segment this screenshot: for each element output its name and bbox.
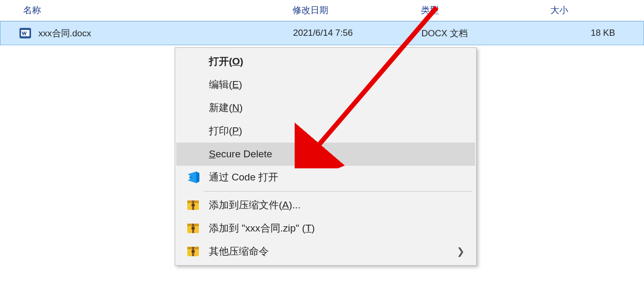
menu-item-open-with-code[interactable]: 通过 Code 打开: [176, 166, 475, 189]
column-header-type-label: 类型: [421, 5, 439, 15]
menu-item-open-with-code-label: 通过 Code 打开: [209, 170, 278, 184]
vscode-icon: [186, 170, 200, 185]
menu-item-open[interactable]: 打开(O): [176, 50, 475, 73]
file-date-cell: 2021/6/14 7:56: [288, 28, 416, 38]
column-header-row: 名称 修改日期 类型 大小: [0, 0, 644, 21]
menu-item-add-to-zip-label: 添加到 "xxx合同.zip" (T): [209, 221, 315, 235]
chevron-right-icon: ❯: [457, 246, 465, 257]
column-header-type[interactable]: 类型: [416, 4, 545, 16]
file-row[interactable]: xxx合同.docx 2021/6/14 7:56 DOCX 文档 18 KB: [0, 21, 644, 45]
menu-item-open-label: 打开(O): [209, 55, 243, 68]
menu-item-edit-label: 编辑(E): [209, 78, 242, 92]
file-type-label: DOCX 文档: [421, 28, 468, 38]
column-header-date-label: 修改日期: [293, 5, 328, 15]
column-header-date[interactable]: 修改日期: [287, 4, 416, 16]
menu-item-add-to-zip[interactable]: 添加到 "xxx合同.zip" (T): [176, 217, 475, 240]
menu-item-add-to-archive-label: 添加到压缩文件(A)...: [209, 198, 300, 212]
menu-item-secure-delete[interactable]: Secure Delete: [176, 143, 475, 166]
svg-rect-5: [192, 204, 195, 206]
file-type-cell: DOCX 文档: [416, 27, 546, 39]
menu-item-edit[interactable]: 编辑(E): [176, 73, 475, 96]
file-name-label: xxx合同.docx: [38, 27, 91, 39]
column-header-size-label: 大小: [550, 5, 568, 15]
column-header-name[interactable]: 名称: [0, 4, 287, 16]
svg-rect-9: [192, 227, 195, 229]
column-header-size[interactable]: 大小: [545, 4, 644, 16]
svg-rect-13: [192, 250, 195, 253]
menu-item-secure-delete-label: Secure Delete: [209, 148, 272, 160]
archive-icon: [186, 198, 200, 213]
file-size-label: 18 KB: [591, 28, 615, 38]
archive-icon: [186, 221, 200, 236]
menu-item-new-label: 新建(N): [209, 101, 243, 115]
file-size-cell: 18 KB: [546, 28, 643, 38]
menu-item-print-label: 打印(P): [209, 124, 242, 138]
menu-item-other-archive[interactable]: 其他压缩命令 ❯: [176, 240, 475, 263]
file-name-cell: xxx合同.docx: [1, 27, 288, 39]
menu-item-new[interactable]: 新建(N): [176, 96, 475, 119]
context-menu: 打开(O) 编辑(E) 新建(N) 打印(P) Secure Delete 通过…: [175, 47, 477, 266]
column-header-name-label: 名称: [23, 5, 41, 15]
archive-icon: [186, 244, 200, 259]
docx-icon: [19, 27, 31, 39]
menu-item-print[interactable]: 打印(P): [176, 119, 475, 143]
file-date-label: 2021/6/14 7:56: [293, 28, 353, 38]
menu-item-other-archive-label: 其他压缩命令: [209, 245, 269, 258]
menu-item-add-to-archive[interactable]: 添加到压缩文件(A)...: [176, 194, 475, 217]
menu-separator: [204, 191, 472, 192]
